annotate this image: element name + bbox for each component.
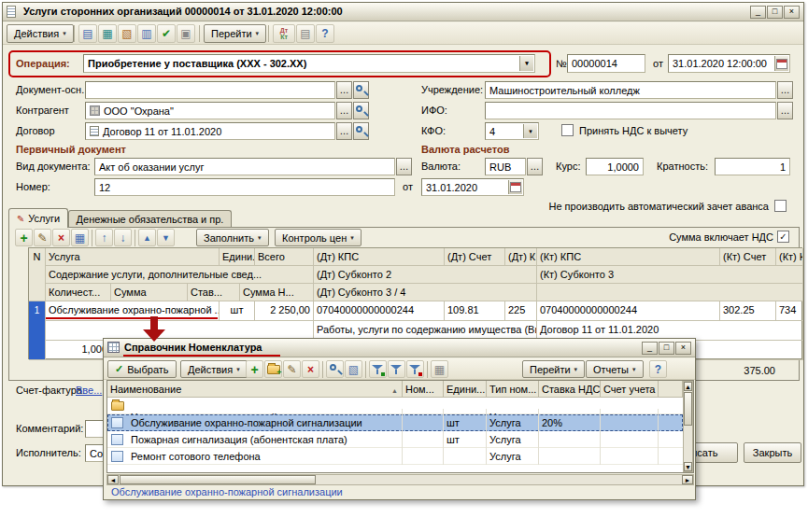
filter-clear-icon[interactable] xyxy=(406,360,424,378)
vertical-scrollbar[interactable]: ▲ ▼ xyxy=(683,381,693,472)
hierarchy-icon[interactable]: ▦ xyxy=(431,360,448,378)
sort-asc-icon[interactable]: ▲ xyxy=(138,229,156,246)
ifo-field[interactable] xyxy=(485,102,776,119)
grid-cell-dt-acc[interactable]: 109.81 xyxy=(445,301,505,321)
contract-field[interactable]: Договор 11 от 11.01.2020 xyxy=(85,122,335,140)
sort-desc-icon[interactable]: ▼ xyxy=(157,229,175,246)
rate-field[interactable]: 1,0000 xyxy=(586,158,644,175)
fill-button[interactable]: Заполнить ▾ xyxy=(196,229,269,246)
toolbar-icon-1[interactable]: ▤ xyxy=(78,24,97,43)
contractor-ellipsis-button[interactable]: … xyxy=(336,102,352,119)
operation-dropdown-icon[interactable]: ▾ xyxy=(519,56,533,71)
primary-number-field[interactable]: 12 xyxy=(94,178,395,196)
price-control-button[interactable]: Контроль цен ▾ xyxy=(275,229,361,246)
dialog-title-bar[interactable]: Справочник Номенклатура _ □ × xyxy=(104,339,695,357)
column-header-type[interactable]: Тип ном... xyxy=(487,381,539,398)
doc-base-ellipsis-button[interactable]: … xyxy=(336,81,352,99)
maximize-button[interactable]: □ xyxy=(767,6,783,19)
column-header-unit[interactable]: Едини... xyxy=(444,381,487,398)
row-up-icon[interactable]: ↑ xyxy=(95,229,113,246)
doc-datetime-field[interactable]: 31.01.2020 12:00:00 xyxy=(668,54,790,73)
grid-cell-kt-kps[interactable]: 07040000000000244 xyxy=(537,301,720,321)
currency-field[interactable]: RUB xyxy=(485,158,526,175)
kfo-dropdown-icon[interactable]: ▾ xyxy=(523,124,537,138)
grid-cell-kt-acc[interactable]: 302.25 xyxy=(720,301,776,321)
contract-search-button[interactable] xyxy=(353,122,369,140)
currency-ellipsis-button[interactable]: … xyxy=(527,158,543,175)
close-button[interactable]: × xyxy=(784,6,800,19)
calendar-button[interactable] xyxy=(774,56,788,71)
dialog-goto-button[interactable]: Перейти ▾ xyxy=(522,360,585,378)
filter-settings-icon[interactable] xyxy=(369,360,387,378)
ifo-ellipsis-button[interactable]: … xyxy=(777,102,793,119)
help-icon[interactable]: ? xyxy=(316,24,334,43)
toolbar-icon-4[interactable]: ▥ xyxy=(137,24,156,43)
primary-date-field[interactable]: 31.01.2020 xyxy=(421,178,524,196)
report-icon[interactable]: ▤ xyxy=(296,24,315,43)
column-header-nom[interactable]: Ном... xyxy=(403,381,444,398)
post-document-icon[interactable]: ✔ xyxy=(157,24,176,43)
grid-cell-unit[interactable]: шт xyxy=(220,301,255,321)
minimize-button[interactable]: _ xyxy=(750,6,766,19)
tab-services[interactable]: ✎ Услуги xyxy=(8,208,68,228)
grid-cell-kt-kek[interactable]: 734 xyxy=(776,301,803,321)
contractor-field[interactable]: ООО "Охрана" xyxy=(85,102,335,119)
list-item[interactable]: Ремонт сотового телефона Услуга xyxy=(107,448,683,465)
find-icon[interactable] xyxy=(326,360,344,378)
column-header-vat[interactable]: Ставка НДС xyxy=(539,381,601,398)
mult-field[interactable]: 1 xyxy=(715,158,790,175)
doc-kind-ellipsis-button[interactable]: … xyxy=(396,158,412,175)
reports-button[interactable]: Отчеты ▾ xyxy=(586,360,644,378)
row-down-icon[interactable]: ↓ xyxy=(114,229,132,246)
tab-obligations[interactable]: Денежные обязательства и пр. xyxy=(68,210,232,228)
doc-base-field[interactable] xyxy=(85,81,335,99)
invoice-link[interactable]: Вве... xyxy=(76,385,102,396)
filter-icon[interactable] xyxy=(388,360,405,378)
dialog-maximize-button[interactable]: □ xyxy=(659,342,674,355)
grid-cell-dt-k[interactable]: 225 xyxy=(505,301,537,321)
select-button[interactable]: ✓ Выбрать xyxy=(107,360,177,378)
dialog-close-button[interactable]: × xyxy=(675,342,691,355)
goto-button[interactable]: Перейти ▾ xyxy=(204,24,266,43)
dialog-actions-button[interactable]: Действия ▾ xyxy=(180,360,248,378)
actions-button[interactable]: Действия ▾ xyxy=(7,24,74,43)
dt-kt-icon[interactable]: Дт Кт xyxy=(273,24,295,43)
contractor-search-button[interactable] xyxy=(353,102,369,119)
row-edit-icon[interactable]: ✎ xyxy=(34,229,51,246)
grid-cell-total[interactable]: 2 250,00 xyxy=(255,301,314,321)
grid-cell-dt-kps[interactable]: 07040000000000244 xyxy=(314,301,445,321)
list-item[interactable]: Услуги сторонних организаций Услуга xyxy=(107,398,683,414)
kfo-combo[interactable]: 4 ▾ xyxy=(485,122,539,140)
close-window-button[interactable]: Закрыть xyxy=(744,442,801,463)
list-view-icon[interactable]: ▧ xyxy=(345,360,362,378)
horizontal-scrollbar[interactable]: ◄ ► xyxy=(106,474,694,485)
list-item[interactable]: Пожарная сигнализация (абонентская плата… xyxy=(107,431,683,448)
column-header-name[interactable]: Наименование ▲ xyxy=(107,381,403,398)
list-item-selected[interactable]: Обслуживание охранно-пожарной сигнализац… xyxy=(107,414,683,431)
no-auto-offset-checkbox[interactable] xyxy=(774,200,787,212)
toolbar-icon-3[interactable]: ▧ xyxy=(118,24,136,43)
calendar-button[interactable] xyxy=(508,180,522,194)
toolbar-icon-6[interactable]: ▣ xyxy=(177,24,195,43)
edit-item-icon[interactable]: ✎ xyxy=(283,360,301,378)
title-bar[interactable]: Услуги сторонних организаций 00000014 от… xyxy=(3,3,803,21)
row-delete-icon[interactable]: × xyxy=(52,229,70,246)
doc-kind-field[interactable]: Акт об оказании услуг xyxy=(94,158,395,175)
dialog-minimize-button[interactable]: _ xyxy=(642,342,658,355)
grid-row-number[interactable]: 1 xyxy=(29,301,46,360)
scroll-down-icon[interactable]: ▼ xyxy=(684,462,692,471)
operation-combo[interactable]: Приобретение у поставщика (XXX - 302.XX)… xyxy=(83,54,535,73)
toolbar-icon-2[interactable]: ▦ xyxy=(98,24,117,43)
institution-ellipsis-button[interactable]: … xyxy=(777,81,793,99)
vat-included-checkbox[interactable]: ✓ xyxy=(777,231,789,243)
scroll-thumb[interactable] xyxy=(120,475,316,484)
grid-cell-service[interactable]: Обслуживание охранно-пожарной ... xyxy=(46,301,220,321)
institution-field[interactable]: Машиностроительный колледж xyxy=(485,81,776,99)
column-header-account[interactable]: Счет учета xyxy=(601,381,659,398)
delete-item-icon[interactable]: × xyxy=(302,360,319,378)
scroll-up-icon[interactable]: ▲ xyxy=(684,382,692,391)
dialog-help-icon[interactable]: ? xyxy=(649,360,667,378)
scroll-right-icon[interactable]: ► xyxy=(682,475,693,484)
doc-base-search-button[interactable] xyxy=(353,81,369,99)
grid-cell-qty[interactable]: 1,000 xyxy=(46,341,111,360)
